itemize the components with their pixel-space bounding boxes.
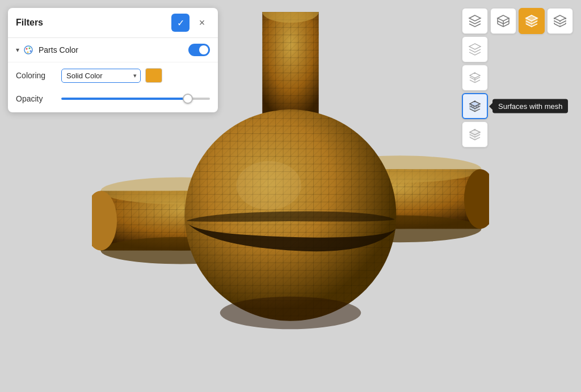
view-mode-btn-4[interactable] xyxy=(547,8,573,34)
view-mode-btn-5[interactable] xyxy=(462,36,488,62)
coloring-select[interactable]: Solid Color By Part By Material xyxy=(61,69,141,83)
toolbar-row-3 xyxy=(462,65,573,91)
opacity-label: Opacity xyxy=(16,94,61,103)
surfaces-mesh-icon xyxy=(468,99,482,113)
confirm-button[interactable]: ✓ xyxy=(171,14,190,32)
filters-title: Filters xyxy=(16,18,43,28)
check-icon: ✓ xyxy=(177,18,184,28)
close-button[interactable]: × xyxy=(194,15,210,31)
parts-color-icon xyxy=(23,44,34,56)
view-mode-btn-6[interactable] xyxy=(462,65,488,91)
right-toolbar: Surfaces with mesh xyxy=(462,8,573,147)
svg-point-29 xyxy=(26,48,28,50)
cube-solid-icon xyxy=(525,14,538,28)
parts-color-row: ▾ Parts Color xyxy=(8,38,218,62)
close-icon: × xyxy=(199,17,205,29)
svg-point-26 xyxy=(236,161,301,209)
view-mode-btn-3[interactable] xyxy=(519,8,545,34)
slider-track xyxy=(61,98,210,100)
svg-point-27 xyxy=(220,296,361,328)
toolbar-row-1 xyxy=(462,8,573,34)
slider-thumb xyxy=(183,94,193,104)
surfaces-with-mesh-btn[interactable] xyxy=(462,93,488,119)
coloring-controls: Solid Color By Part By Material ▾ xyxy=(61,68,210,83)
coloring-row: Coloring Solid Color By Part By Material… xyxy=(8,62,218,88)
expand-arrow-icon[interactable]: ▾ xyxy=(16,46,19,54)
cube-sm2-icon xyxy=(468,71,482,85)
coloring-label: Coloring xyxy=(16,71,61,80)
cube-sm1-icon xyxy=(468,43,482,56)
toggle-switch[interactable] xyxy=(188,44,210,56)
view-mode-btn-7[interactable] xyxy=(462,121,488,147)
cube-sm4-icon xyxy=(468,128,482,141)
parts-color-label: Parts Color xyxy=(39,45,188,54)
view-mode-btn-2[interactable] xyxy=(490,8,516,34)
cube-transparent-icon xyxy=(553,14,567,28)
filters-header: Filters ✓ × xyxy=(8,8,218,38)
toolbar-row-4: Surfaces with mesh xyxy=(462,93,573,119)
svg-point-32 xyxy=(27,52,29,53)
tooltip-surfaces-mesh: Surfaces with mesh xyxy=(492,99,568,113)
filters-header-actions: ✓ × xyxy=(171,14,210,32)
opacity-row: Opacity xyxy=(8,88,218,112)
svg-point-31 xyxy=(30,50,32,52)
svg-rect-22 xyxy=(262,12,318,120)
coloring-select-wrapper: Solid Color By Part By Material ▾ xyxy=(61,69,141,83)
toolbar-row-2 xyxy=(462,36,573,62)
cube-outline-icon xyxy=(468,14,482,28)
cube-wire-icon xyxy=(496,14,510,28)
filters-panel: Filters ✓ × ▾ Parts Color xyxy=(8,8,218,112)
color-swatch[interactable] xyxy=(145,68,162,83)
opacity-slider[interactable] xyxy=(61,93,210,104)
svg-point-30 xyxy=(29,48,31,49)
view-mode-btn-1[interactable] xyxy=(462,8,488,34)
toolbar-row-5 xyxy=(462,121,573,147)
